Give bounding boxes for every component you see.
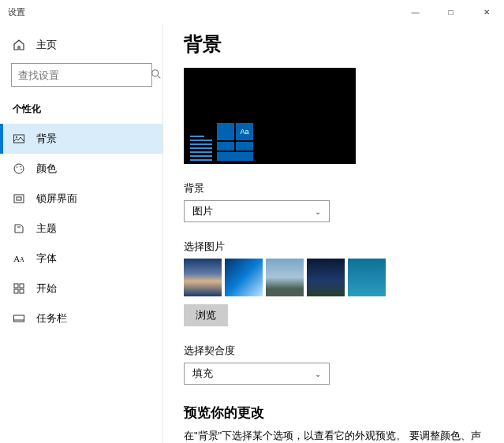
picture-thumb[interactable] bbox=[225, 259, 263, 296]
main-content: 背景 Aa 背景 图片 ⌄ 选择图片 bbox=[163, 24, 504, 443]
svg-rect-11 bbox=[20, 284, 24, 288]
sidebar-item-themes[interactable]: 主题 bbox=[0, 214, 163, 244]
svg-rect-12 bbox=[14, 289, 18, 293]
desktop-preview: Aa bbox=[184, 68, 356, 164]
chevron-down-icon: ⌄ bbox=[315, 370, 321, 378]
sidebar-item-label: 任务栏 bbox=[36, 311, 67, 326]
sidebar-item-label: 字体 bbox=[36, 251, 57, 266]
sidebar-item-label: 开始 bbox=[36, 281, 57, 296]
svg-rect-9 bbox=[17, 197, 21, 200]
picture-thumb[interactable] bbox=[266, 259, 304, 296]
window-title: 设置 bbox=[8, 6, 25, 18]
svg-point-3 bbox=[16, 136, 17, 138]
picture-thumb[interactable] bbox=[307, 259, 345, 296]
picture-icon bbox=[13, 132, 25, 145]
background-dropdown[interactable]: 图片 ⌄ bbox=[184, 200, 330, 222]
fit-dropdown[interactable]: 填充 ⌄ bbox=[184, 363, 330, 385]
sidebar-item-label: 锁屏界面 bbox=[36, 192, 77, 206]
lockscreen-icon bbox=[13, 192, 25, 205]
picture-thumb[interactable] bbox=[184, 259, 222, 296]
search-input[interactable] bbox=[18, 69, 151, 81]
chevron-down-icon: ⌄ bbox=[315, 207, 321, 216]
minimize-button[interactable]: — bbox=[398, 0, 433, 24]
svg-point-6 bbox=[20, 166, 21, 168]
dropdown-value: 填充 bbox=[192, 367, 213, 381]
svg-point-4 bbox=[14, 164, 24, 173]
palette-icon bbox=[13, 162, 25, 175]
fit-label: 选择契合度 bbox=[184, 344, 483, 358]
sidebar-item-colors[interactable]: 颜色 bbox=[0, 154, 163, 184]
svg-rect-10 bbox=[14, 284, 18, 288]
svg-rect-8 bbox=[14, 195, 24, 203]
sidebar-item-fonts[interactable]: AA 字体 bbox=[0, 244, 163, 274]
search-box[interactable] bbox=[11, 63, 152, 87]
picture-thumb[interactable] bbox=[348, 259, 386, 296]
preview-tiles: Aa bbox=[217, 123, 253, 161]
picture-thumbnails bbox=[184, 259, 483, 296]
svg-rect-13 bbox=[20, 289, 24, 293]
preview-changes-desc: 在"背景"下选择某个选项，以查看它的外观预览。 要调整颜色、声音等，请选择"主题… bbox=[184, 428, 483, 443]
home-icon bbox=[13, 39, 25, 51]
category-header: 个性化 bbox=[0, 98, 163, 124]
home-label: 主页 bbox=[36, 38, 57, 52]
svg-point-7 bbox=[21, 169, 22, 170]
svg-rect-14 bbox=[14, 315, 24, 322]
sidebar-item-label: 背景 bbox=[36, 132, 57, 146]
taskbar-icon bbox=[13, 312, 25, 325]
browse-button[interactable]: 浏览 bbox=[184, 304, 228, 326]
dropdown-value: 图片 bbox=[192, 204, 213, 218]
choose-picture-label: 选择图片 bbox=[184, 240, 483, 254]
themes-icon bbox=[13, 222, 25, 235]
search-icon bbox=[151, 69, 162, 82]
svg-line-1 bbox=[158, 75, 161, 78]
page-title: 背景 bbox=[184, 32, 483, 57]
close-button[interactable]: ✕ bbox=[469, 0, 504, 24]
start-icon bbox=[13, 282, 25, 295]
window-controls: — □ ✕ bbox=[398, 0, 504, 24]
home-button[interactable]: 主页 bbox=[0, 33, 163, 57]
sidebar-item-background[interactable]: 背景 bbox=[0, 124, 163, 154]
background-label: 背景 bbox=[184, 181, 483, 195]
sidebar-divider bbox=[162, 24, 163, 443]
preview-menu-icon bbox=[190, 136, 212, 161]
sidebar-item-label: 颜色 bbox=[36, 162, 57, 176]
sidebar-item-label: 主题 bbox=[36, 222, 57, 236]
sidebar-item-lockscreen[interactable]: 锁屏界面 bbox=[0, 184, 163, 214]
sidebar: 主页 个性化 背景 颜色 锁屏界面 主题 AA 字体 bbox=[0, 24, 163, 443]
title-bar: 设置 — □ ✕ bbox=[0, 0, 504, 24]
font-icon: AA bbox=[13, 252, 25, 265]
maximize-button[interactable]: □ bbox=[433, 0, 469, 24]
svg-point-0 bbox=[152, 69, 159, 76]
sidebar-item-start[interactable]: 开始 bbox=[0, 274, 163, 303]
preview-changes-heading: 预览你的更改 bbox=[184, 404, 483, 422]
sidebar-item-taskbar[interactable]: 任务栏 bbox=[0, 303, 163, 333]
svg-point-5 bbox=[17, 166, 18, 168]
preview-sample-text: Aa bbox=[236, 123, 253, 140]
